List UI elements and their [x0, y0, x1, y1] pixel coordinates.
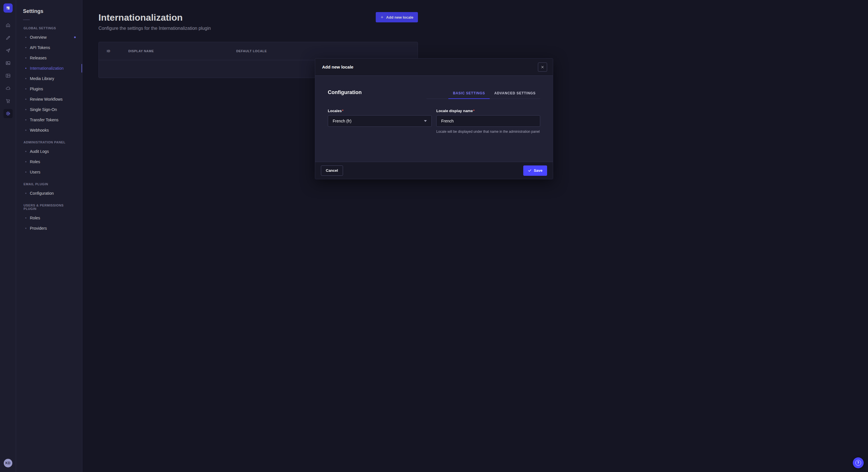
locales-label: Locales* [328, 109, 432, 113]
cancel-button[interactable]: Cancel [321, 165, 343, 176]
configuration-title: Configuration [328, 90, 362, 99]
modal-body: Configuration BASIC SETTINGS ADVANCED SE… [315, 76, 434, 162]
modal-title: Add new locale [322, 65, 353, 69]
chevron-down-icon [424, 120, 427, 122]
required-asterisk: * [342, 109, 343, 113]
configuration-row: Configuration BASIC SETTINGS ADVANCED SE… [328, 88, 434, 99]
locales-select[interactable]: French (fr) [328, 115, 432, 127]
form-fields: Locales* French (fr) Locale display name… [328, 109, 434, 134]
modal-header: Add new locale [315, 59, 434, 76]
locales-select-value: French (fr) [333, 119, 351, 123]
settings-tabs: BASIC SETTINGS ADVANCED SETTINGS [427, 88, 434, 99]
locales-field: Locales* French (fr) [328, 109, 432, 134]
add-locale-modal: Add new locale Configuration BASIC SETTI… [315, 58, 434, 179]
modal-footer: Cancel Save [315, 162, 434, 179]
